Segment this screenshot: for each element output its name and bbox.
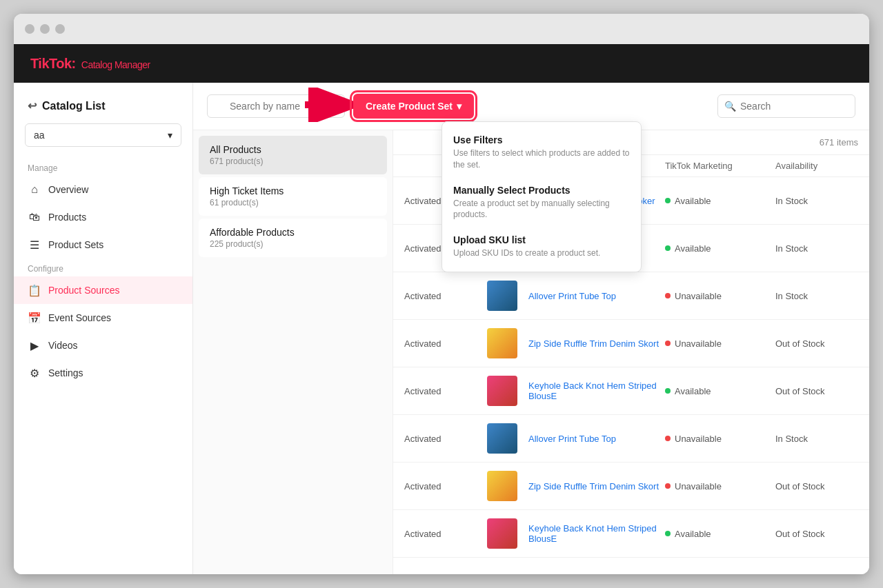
sidebar-product-sources-label: Product Sources — [48, 285, 120, 296]
product-thumbnail — [487, 376, 517, 406]
table-row: Activated Zip Side Ruffle Trim Denim Sko… — [393, 320, 869, 367]
videos-icon: ▶ — [28, 338, 41, 352]
sidebar-item-products[interactable]: 🛍 Products — [14, 203, 192, 231]
sidebar-item-product-sources[interactable]: 📋 Product Sources — [14, 276, 192, 304]
product-thumbnail — [487, 328, 517, 358]
tiktok-availability-text: Available — [675, 196, 711, 206]
set-all-products-count: 671 product(s) — [210, 156, 376, 166]
minimize-btn[interactable] — [40, 24, 50, 34]
manually-select-title: Manually Select Products — [453, 185, 630, 196]
main-content: 🔍 — [193, 83, 869, 574]
event-sources-icon: 📅 — [28, 311, 41, 325]
catalog-dropdown[interactable]: aa ▾ — [25, 123, 181, 147]
unavailable-dot — [665, 483, 671, 489]
stock-status: In Stock — [775, 243, 858, 254]
available-dot — [665, 198, 671, 203]
stock-status: In Stock — [775, 291, 858, 301]
sidebar-products-label: Products — [48, 212, 86, 223]
row-status: Activated — [404, 338, 487, 349]
stock-status: Out of Stock — [775, 338, 858, 349]
sidebar-event-sources-label: Event Sources — [48, 312, 111, 323]
dropdown-upload-sku[interactable]: Upload SKU list Upload SKU IDs to create… — [442, 227, 641, 266]
available-dot — [665, 388, 671, 394]
back-arrow-icon: ↩ — [28, 99, 37, 112]
main-toolbar: 🔍 — [193, 83, 869, 130]
sidebar-settings-label: Settings — [48, 367, 83, 378]
product-name-link[interactable]: Keyhole Back Knot Hem Striped BlousE — [528, 381, 665, 401]
product-name-link[interactable]: Zip Side Ruffle Trim Denim Skort — [528, 338, 665, 349]
dropdown-manually-select[interactable]: Manually Select Products Create a produc… — [442, 178, 641, 228]
set-affordable-name: Affordable Products — [210, 227, 376, 238]
create-btn-chevron: ▾ — [457, 101, 462, 112]
row-status: Activated — [404, 529, 487, 539]
sidebar-product-sets-label: Product Sets — [48, 239, 103, 250]
sidebar-item-overview[interactable]: ⌂ Overview — [14, 176, 192, 203]
create-product-set-button[interactable]: Create Product Set ▾ — [353, 94, 474, 119]
back-button[interactable]: ↩ Catalog List — [14, 94, 192, 123]
product-set-list: All Products 671 product(s) High Ticket … — [193, 130, 393, 265]
sidebar-item-product-sets[interactable]: ☰ Product Sets — [14, 231, 192, 258]
settings-icon: ⚙ — [28, 366, 41, 380]
set-item-high-ticket[interactable]: High Ticket Items 61 product(s) — [199, 177, 387, 216]
product-name-link[interactable]: Zip Side Ruffle Trim Denim Skort — [528, 481, 665, 491]
dropdown-use-filters[interactable]: Use Filters Use filters to select which … — [442, 128, 641, 178]
set-high-ticket-name: High Ticket Items — [210, 185, 376, 196]
tiktok-availability-text: Available — [675, 386, 711, 396]
use-filters-title: Use Filters — [453, 134, 630, 145]
tiktok-marketing-cell: Unavailable — [665, 291, 775, 301]
fullscreen-btn[interactable] — [55, 24, 65, 34]
row-status: Activated — [404, 386, 487, 396]
close-btn[interactable] — [25, 24, 34, 34]
product-name-link[interactable]: Keyhole Back Knot Hem Striped BlousE — [528, 523, 665, 544]
titlebar — [14, 14, 869, 44]
search-right-icon: 🔍 — [724, 101, 736, 112]
sidebar-overview-label: Overview — [48, 184, 88, 195]
product-thumbnail — [487, 281, 517, 311]
tiktok-availability-text: Unavailable — [675, 338, 722, 349]
tiktok-availability-text: Available — [675, 529, 711, 539]
stock-status: Out of Stock — [775, 481, 858, 491]
chevron-down-icon: ▾ — [168, 130, 172, 141]
stock-status: Out of Stock — [775, 386, 858, 396]
unavailable-dot — [665, 436, 671, 441]
search-right-input[interactable] — [717, 94, 855, 118]
logo-accent: : — [72, 56, 76, 71]
tiktok-marketing-cell: Unavailable — [665, 481, 775, 491]
toolbar-left: 🔍 — [207, 94, 709, 119]
red-arrow-icon — [305, 88, 360, 122]
product-name-link[interactable]: Allover Print Tube Top — [528, 434, 665, 444]
manage-label: Manage — [14, 158, 192, 176]
unavailable-dot — [665, 341, 671, 346]
product-sets-panel: All Products 671 product(s) High Ticket … — [193, 130, 393, 574]
product-sources-icon: 📋 — [28, 283, 41, 297]
col-tiktok-marketing: TikTok Marketing — [665, 161, 775, 171]
set-item-affordable[interactable]: Affordable Products 225 product(s) — [199, 219, 387, 257]
create-button-area: Create Product Set ▾ — [353, 94, 474, 119]
tiktok-marketing-cell: Available — [665, 529, 775, 539]
sidebar-item-event-sources[interactable]: 📅 Event Sources — [14, 304, 192, 332]
tiktok-availability-text: Unavailable — [675, 434, 722, 444]
product-name-link[interactable]: Allover Print Tube Top — [528, 291, 665, 301]
upload-sku-desc: Upload SKU IDs to create a product set. — [453, 247, 630, 259]
set-item-all-products[interactable]: All Products 671 product(s) — [199, 136, 387, 174]
app-body: ↩ Catalog List aa ▾ Manage ⌂ Overview 🛍 … — [14, 83, 869, 574]
app-window: TikTok:Catalog Manager ↩ Catalog List aa… — [14, 14, 869, 574]
configure-label: Configure — [14, 258, 192, 276]
stock-status: In Stock — [775, 196, 858, 206]
create-product-set-dropdown: Use Filters Use filters to select which … — [442, 121, 642, 272]
table-row: Activated Keyhole Back Knot Hem Striped … — [393, 510, 869, 558]
row-status: Activated — [404, 291, 487, 301]
app-logo: TikTok:Catalog Manager — [30, 56, 150, 72]
tiktok-availability-text: Unavailable — [675, 291, 722, 301]
logo-subtitle: Catalog Manager — [81, 59, 150, 70]
catalog-value: aa — [34, 130, 45, 141]
sidebar-item-videos[interactable]: ▶ Videos — [14, 332, 192, 359]
product-thumbnail — [487, 518, 517, 549]
sidebar-item-settings[interactable]: ⚙ Settings — [14, 359, 192, 387]
unavailable-dot — [665, 293, 671, 298]
sidebar: ↩ Catalog List aa ▾ Manage ⌂ Overview 🛍 … — [14, 83, 193, 574]
tiktok-marketing-cell: Available — [665, 243, 775, 254]
manually-select-desc: Create a product set by manually selecti… — [453, 198, 630, 221]
set-high-ticket-count: 61 product(s) — [210, 198, 376, 207]
tiktok-availability-text: Available — [675, 243, 711, 254]
